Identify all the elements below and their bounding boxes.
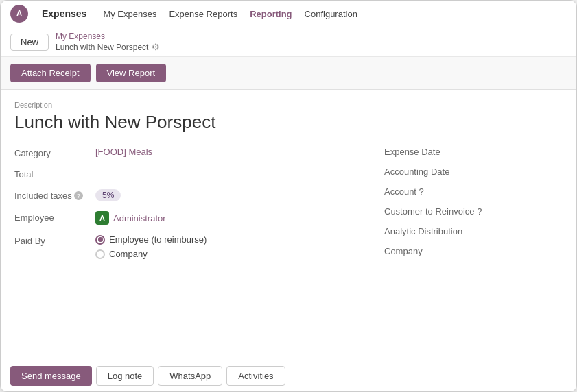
main-content: Description Lunch with New Porspect Cate… [1,90,576,360]
nav-item-expense-reports[interactable]: Expense Reports [169,8,237,21]
account-row: Account ? [384,186,563,197]
paid-by-options: Employee (to reimburse) Company [95,234,207,259]
attach-receipt-button[interactable]: Attach Receipt [10,64,91,82]
account-label: Account ? [384,186,424,197]
expense-date-label: Expense Date [384,147,440,157]
reinvoice-help-icon[interactable]: ? [477,206,482,217]
nav-item-my-expenses[interactable]: My Expenses [103,8,156,21]
send-message-button[interactable]: Send message [10,366,92,386]
taxes-label: Included taxes ? [14,189,90,201]
expense-date-row: Expense Date [384,147,563,157]
taxes-row: Included taxes ? 5% [14,189,357,201]
employee-label: Employee [14,211,90,223]
radio-company-icon [95,249,105,259]
form-body: Category [FOOD] Meals Total Included tax… [14,147,563,259]
employee-value[interactable]: A Administrator [95,211,166,225]
breadcrumb-current-label: Lunch with New Porspect [56,42,148,52]
paid-by-employee-label: Employee (to reimburse) [109,234,207,245]
employee-row: Employee A Administrator [14,211,357,225]
paid-by-company-option[interactable]: Company [95,249,207,259]
log-note-button[interactable]: Log note [96,366,154,386]
view-report-button[interactable]: View Report [96,64,167,82]
paid-by-company-label: Company [109,249,148,259]
account-help-icon[interactable]: ? [419,186,424,197]
taxes-help-icon[interactable]: ? [74,191,83,200]
nav-item-reporting[interactable]: Reporting [250,8,292,21]
form-left: Category [FOOD] Meals Total Included tax… [14,147,357,259]
category-value[interactable]: [FOOD] Meals [95,147,152,157]
accounting-date-row: Accounting Date [384,167,563,177]
activities-button[interactable]: Activities [226,366,285,386]
top-navigation: A Expenses My Expenses Expense Reports R… [1,1,576,27]
analytic-label: Analytic Distribution [384,226,462,236]
total-label: Total [14,168,90,180]
company-row: Company [384,246,563,256]
breadcrumb: My Expenses Lunch with New Porspect ⚙ [56,32,160,52]
gear-icon[interactable]: ⚙ [152,42,160,52]
tax-badge: 5% [95,189,121,201]
breadcrumb-current: Lunch with New Porspect ⚙ [56,42,160,52]
employee-name: Administrator [113,213,166,223]
category-label: Category [14,147,90,158]
breadcrumb-row: New My Expenses Lunch with New Porspect … [1,27,576,57]
logo-initial: A [16,9,23,19]
whatsapp-button[interactable]: WhatsApp [158,366,222,386]
app-name[interactable]: Expenses [42,8,86,19]
accounting-date-label: Accounting Date [384,167,449,177]
category-row: Category [FOOD] Meals [14,147,357,158]
customer-reinvoice-label: Customer to Reinvoice ? [384,206,482,217]
nav-item-configuration[interactable]: Configuration [305,8,357,21]
app-window: A Expenses My Expenses Expense Reports R… [0,0,577,392]
radio-employee-icon [95,235,105,245]
taxes-value: 5% [95,189,121,201]
customer-reinvoice-row: Customer to Reinvoice ? [384,206,563,217]
description-label: Description [14,101,563,109]
paid-by-employee-option[interactable]: Employee (to reimburse) [95,234,207,245]
form-title: Lunch with New Porspect [14,112,563,133]
bottom-bar: Send message Log note WhatsApp Activitie… [1,360,576,391]
new-button[interactable]: New [10,34,49,51]
employee-avatar: A [95,211,109,225]
app-logo: A [10,5,28,23]
paid-by-label: Paid By [14,234,90,246]
paid-by-row: Paid By Employee (to reimburse) Company [14,234,357,259]
action-row: Attach Receipt View Report [1,57,576,90]
form-right: Expense Date Accounting Date Account ? C… [384,147,563,259]
nav-menu: My Expenses Expense Reports Reporting Co… [103,8,357,21]
analytic-row: Analytic Distribution [384,226,563,236]
company-label: Company [384,246,423,256]
breadcrumb-parent[interactable]: My Expenses [56,32,160,41]
total-row: Total [14,168,357,180]
